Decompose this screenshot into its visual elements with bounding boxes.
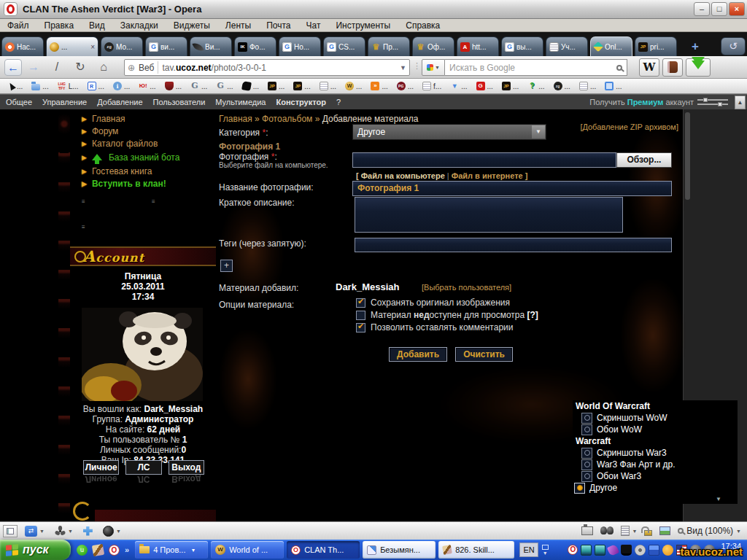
tab-pr[interactable]: ♛Пр... <box>368 36 410 56</box>
option-allow-comments[interactable]: ✔ Позволить оставлять комментарии <box>356 322 513 332</box>
tab-cs[interactable]: GCS... <box>323 36 365 56</box>
tab-vi2[interactable]: Ви... <box>190 36 232 56</box>
tab-htt[interactable]: Ahtt... <box>457 36 499 56</box>
breadcrumb-photoalbum[interactable]: Фотоальбом <box>262 114 312 124</box>
minimize-button[interactable]: – <box>694 2 710 16</box>
add-field-button[interactable]: + <box>220 260 233 272</box>
sync-control[interactable]: ⇄▼ <box>25 526 44 537</box>
tray-opera-icon[interactable]: O <box>568 545 578 555</box>
menu-file[interactable]: Файл <box>7 20 29 31</box>
download-button[interactable] <box>686 58 711 77</box>
bookmark-item[interactable]: G... <box>186 82 212 90</box>
close-button[interactable]: × <box>729 2 745 16</box>
popup-option-selected[interactable]: Другое <box>573 482 738 494</box>
radio-icon[interactable] <box>581 459 592 470</box>
bookmark-item[interactable]: ... <box>238 82 263 90</box>
tray-agent-icon[interactable] <box>662 545 673 556</box>
album-wow[interactable]: ≡World Of Warcraft [0] <box>82 197 155 223</box>
fit-width-icon[interactable] <box>581 526 593 535</box>
menu-home[interactable]: ▶Главная <box>82 112 213 125</box>
wikipedia-button[interactable]: W <box>639 58 659 77</box>
tab-settings[interactable]: Нас... <box>1 36 44 56</box>
tab-vi[interactable]: Gви... <box>145 36 187 56</box>
option-keep-original[interactable]: ✔ Сохранять оригинал изображения <box>356 298 510 308</box>
menu-feeds[interactable]: Ленты <box>225 20 251 31</box>
bookmark-item[interactable]: R... <box>83 82 109 90</box>
url-field[interactable]: ⊕ Веб tav.ucoz.net/photo/3-0-0-1 ▼ <box>124 59 410 76</box>
task-paint[interactable]: Безымян... <box>363 541 436 559</box>
unlock-icon[interactable] <box>644 530 652 536</box>
album-other[interactable]: ≡Другое [0] <box>82 222 137 236</box>
tab-vy[interactable]: Gвы... <box>501 36 543 56</box>
submit-button[interactable]: Добавить <box>389 347 447 362</box>
bookmark-item[interactable]: zg... <box>549 82 575 90</box>
ucoz-add[interactable]: Добавление <box>97 98 142 106</box>
tags-input[interactable] <box>355 238 672 252</box>
page-scrollbar[interactable] <box>685 112 690 200</box>
unite-control[interactable]: ▼ <box>55 526 73 537</box>
bookmark-item[interactable]: G... <box>212 82 237 90</box>
closed-tabs-button[interactable]: ↺ <box>721 37 746 55</box>
popup-option[interactable]: War3 Фан Арт и др. <box>573 459 738 470</box>
dictionary-button[interactable] <box>662 58 683 77</box>
bookmark-item[interactable]: »... <box>366 82 392 90</box>
option-unavailable[interactable]: Материал недоступен для просмотра [?] <box>356 310 538 320</box>
menu-bookmarks[interactable]: Закладки <box>120 20 158 31</box>
bookmark-item[interactable]: f... <box>418 82 446 90</box>
zip-upload-link[interactable]: [Добавление ZIP архивом] <box>554 122 678 131</box>
select-user-link[interactable]: [Выбрать пользователя] <box>422 283 511 292</box>
popup-option[interactable]: Скриншоты WoW <box>573 412 738 424</box>
tab-fo[interactable]: IKФо... <box>234 36 276 56</box>
ucoz-help[interactable]: ? <box>336 98 341 106</box>
bookmark-item[interactable]: i... <box>109 82 134 90</box>
personal-button[interactable]: ЛичноеЛичное <box>83 460 119 475</box>
bookmark-item[interactable]: ... <box>4 82 27 90</box>
menu-forum[interactable]: ▶Форум <box>82 125 213 137</box>
reset-button[interactable]: Очистить <box>455 347 513 362</box>
url-dropdown-icon[interactable]: ▼ <box>400 64 406 71</box>
tab-pri[interactable]: JPpri... <box>635 36 677 56</box>
tab-no[interactable]: GНо... <box>279 36 321 56</box>
back-button[interactable]: ← <box>4 59 22 76</box>
popup-scroll-down-icon[interactable]: ▼ <box>716 496 721 502</box>
task-world-of-warcraft[interactable]: WWorld of ... <box>211 541 284 559</box>
tab-onl[interactable]: Onl... <box>590 36 632 56</box>
menu-guestbook[interactable]: ▶Гостевая книга <box>82 165 213 177</box>
reload-button[interactable]: ↻ <box>71 59 89 76</box>
panels-toggle-button[interactable] <box>3 525 18 537</box>
checkbox-checked[interactable]: ✔ <box>356 323 365 332</box>
task-clan-opera[interactable]: OCLAN Th... <box>287 541 360 559</box>
tab-active-clan[interactable]: ...× <box>46 36 98 56</box>
menu-chat[interactable]: Чат <box>306 20 320 31</box>
popup-option[interactable]: Обои War3 <box>573 470 738 482</box>
bookmark-item[interactable]: ?... <box>523 82 549 90</box>
maximize-button[interactable]: □ <box>711 2 727 16</box>
search-icon[interactable] <box>616 65 622 71</box>
bookmark-item[interactable]: ▼... <box>446 82 471 90</box>
tab-close-icon[interactable]: × <box>90 43 95 51</box>
select-arrow-icon[interactable]: ▼ <box>532 125 545 139</box>
panel-slider-icon[interactable] <box>697 98 728 106</box>
radio-icon[interactable] <box>581 448 592 459</box>
tab-of[interactable]: ♛Оф... <box>412 36 454 56</box>
popup-option[interactable]: Скриншоты War3 <box>573 447 738 459</box>
bookmark-item[interactable]: JP... <box>289 82 314 90</box>
pm-button[interactable]: ЛСЛС <box>125 460 161 475</box>
browse-button[interactable]: Обзор... <box>616 152 672 168</box>
menu-tools[interactable]: Инструменты <box>336 20 390 31</box>
menu-edit[interactable]: Правка <box>44 20 74 31</box>
menu-view[interactable]: Вид <box>89 20 105 31</box>
tray-mail-icon[interactable] <box>621 545 632 556</box>
language-extra-icons[interactable]: ▼ <box>541 545 549 556</box>
checkbox-checked[interactable]: ✔ <box>356 298 365 308</box>
tray-monitor-icon[interactable] <box>595 545 605 556</box>
file-web-link[interactable]: Файл в интернете ] <box>452 171 528 180</box>
file-input[interactable] <box>352 152 616 168</box>
menu-widgets[interactable]: Виджеты <box>174 20 210 31</box>
utorrent-icon[interactable]: u <box>77 545 88 556</box>
bookmark-item[interactable]: PG... <box>392 82 418 90</box>
album-warcraft[interactable]: ≡Warcraft [1] <box>152 197 214 210</box>
notes-control[interactable]: ▼ <box>621 526 637 536</box>
bookmark-item[interactable]: G... <box>472 82 498 90</box>
ucoz-constructor[interactable]: Конструктор <box>276 98 325 106</box>
